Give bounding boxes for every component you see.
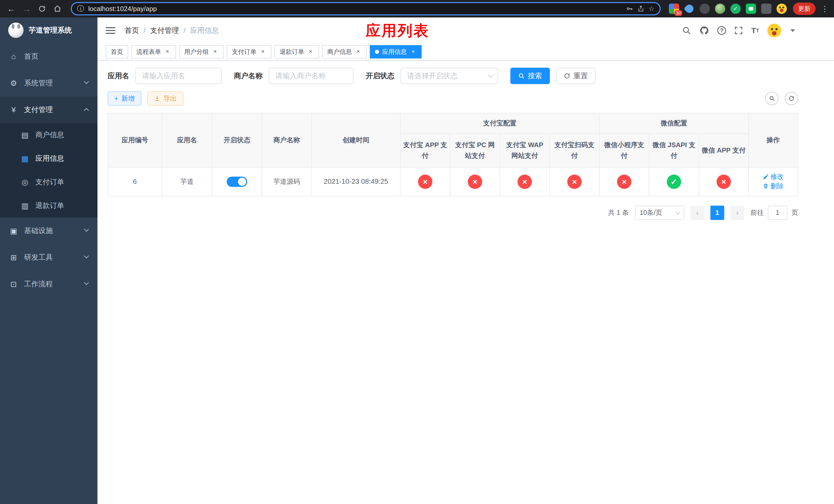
sidebar-item-devtools[interactable]: ⊞ 研发工具	[0, 244, 97, 271]
page-1-button[interactable]: 1	[710, 206, 724, 220]
next-page-button[interactable]: ›	[730, 206, 744, 220]
goto-page-input[interactable]	[768, 206, 787, 220]
bookmark-star-icon[interactable]: ☆	[649, 5, 655, 13]
user-avatar[interactable]	[767, 24, 781, 38]
fullscreen-icon[interactable]	[734, 26, 743, 35]
extension-puzzle-icon[interactable]	[761, 4, 771, 14]
close-icon[interactable]: ×	[212, 48, 219, 55]
toggle-search-button[interactable]	[765, 92, 778, 105]
sidebar-item-infra[interactable]: ▣ 基础设施	[0, 217, 97, 244]
col-app-name: 应用名	[162, 113, 212, 167]
enable-switch[interactable]	[227, 177, 247, 187]
close-icon[interactable]: ×	[164, 48, 171, 55]
top-navbar: 首页 / 支付管理 / 应用信息 应用列表 ? TT	[97, 18, 834, 44]
extension-avatar-icon[interactable]	[715, 4, 725, 14]
help-icon[interactable]: ?	[717, 26, 726, 35]
app-name-input[interactable]	[135, 68, 222, 84]
refresh-table-button[interactable]	[785, 92, 798, 105]
browser-refresh-icon[interactable]	[35, 2, 49, 16]
sidebar-item-home[interactable]: ⌂ 首页	[0, 43, 97, 70]
browser-menu-icon[interactable]: ⋮	[820, 4, 830, 13]
edit-button[interactable]: 修改	[763, 172, 784, 181]
extension-badge: 10	[675, 10, 682, 16]
browser-forward-icon[interactable]: →	[20, 2, 34, 16]
sidebar: 芋道管理系统 ⌂ 首页 ⚙ 系统管理 ¥ 支付管理 ▤ 商户信息 ▦ 应用信息	[0, 18, 97, 504]
pagination: 共 1 条 10条/页 ‹ 1 › 前往 页	[108, 206, 798, 220]
cell-created: 2021-10-23 08:49:25	[312, 167, 400, 196]
tab-merchant-info[interactable]: 商户信息×	[322, 45, 367, 59]
page-size-select[interactable]: 10条/页	[635, 206, 684, 220]
close-icon[interactable]: ×	[260, 48, 266, 55]
tab-app-info[interactable]: 应用信息×	[370, 45, 422, 59]
address-bar[interactable]: ⓘ localhost:1024/pay/app ☆	[71, 2, 661, 15]
app-name-label: 应用名	[108, 71, 129, 81]
tag-tabs-bar: 首页 流程表单× 用户分组× 支付订单× 退款订单× 商户信息× 应用信息×	[97, 44, 834, 61]
prev-page-button[interactable]: ‹	[690, 206, 704, 220]
browser-toolbar: ← → ⓘ localhost:1024/pay/app ☆ 10 ✓ 更新 ⋮	[0, 0, 834, 18]
breadcrumb-payment[interactable]: 支付管理	[150, 26, 179, 36]
sidebar-item-workflow[interactable]: ⊡ 工作流程	[0, 271, 97, 297]
cell-merchant: 芋道源码	[262, 167, 312, 196]
merchant-name-input[interactable]	[269, 68, 353, 84]
password-key-icon[interactable]	[626, 5, 633, 12]
close-icon[interactable]: ×	[410, 48, 416, 55]
page-unit-label: 页	[791, 208, 798, 217]
breadcrumb-home[interactable]: 首页	[125, 26, 139, 36]
chevron-down-icon	[84, 227, 89, 232]
github-icon[interactable]	[699, 26, 709, 36]
col-wx-mini: 微信小程序支付	[599, 134, 649, 167]
col-app-id: 应用编号	[108, 113, 162, 167]
sidebar-item-app-info[interactable]: ▦ 应用信息	[0, 147, 97, 170]
tab-refund-orders[interactable]: 退款订单×	[275, 45, 319, 59]
delete-button[interactable]: 删除	[763, 182, 784, 191]
search-icon[interactable]	[682, 26, 691, 35]
font-size-icon[interactable]: TT	[751, 26, 759, 35]
avatar-caret-icon[interactable]	[790, 29, 795, 32]
logo-title: 芋道管理系统	[29, 25, 72, 35]
close-icon[interactable]: ×	[307, 48, 314, 55]
extension-emoji-icon[interactable]	[776, 4, 787, 14]
share-icon[interactable]	[637, 5, 644, 12]
table-toolbar: + 新增 导出	[108, 91, 798, 106]
tab-pay-orders[interactable]: 支付订单×	[227, 45, 271, 59]
col-status: 开启状态	[212, 113, 262, 167]
browser-update-button[interactable]: 更新	[793, 3, 815, 15]
col-actions: 操作	[749, 113, 798, 167]
sidebar-item-refund-orders[interactable]: ▥ 退款订单	[0, 194, 97, 217]
app-table: 应用编号 应用名 开启状态 商户名称 创建时间 支付宝配置 微信配置 操作 支付…	[108, 113, 798, 197]
tab-home[interactable]: 首页	[106, 45, 128, 59]
browser-back-icon[interactable]: ←	[4, 2, 19, 16]
extension-dark-icon[interactable]	[700, 4, 710, 14]
chevron-down-icon	[675, 209, 680, 214]
chevron-down-icon	[84, 79, 89, 84]
grid-icon: ▦	[21, 154, 29, 163]
sidebar-item-payment[interactable]: ¥ 支付管理	[0, 96, 97, 123]
status-select[interactable]: 请选择开启状态	[401, 68, 498, 84]
site-info-icon[interactable]: ⓘ	[77, 4, 84, 14]
close-icon[interactable]: ×	[355, 48, 361, 55]
extension-green-circle-icon[interactable]: ✓	[730, 4, 741, 14]
add-button[interactable]: + 新增	[108, 91, 141, 106]
collapse-menu-icon[interactable]	[106, 27, 115, 34]
tab-process-form[interactable]: 流程表单×	[131, 45, 176, 59]
url-text[interactable]: localhost:1024/pay/app	[88, 5, 622, 13]
sidebar-item-pay-orders[interactable]: ◎ 支付订单	[0, 170, 97, 194]
cross-circle-icon: ×	[468, 175, 482, 189]
extension-drop-icon[interactable]	[684, 4, 695, 14]
sidebar-item-system[interactable]: ⚙ 系统管理	[0, 70, 97, 96]
extension-chat-icon[interactable]	[746, 4, 756, 14]
browser-home-icon[interactable]	[50, 2, 65, 16]
extension-colorful-icon[interactable]: 10	[669, 4, 679, 14]
payment-submenu: ▤ 商户信息 ▦ 应用信息 ◎ 支付订单 ▥ 退款订单	[0, 123, 97, 217]
sidebar-item-merchant-info[interactable]: ▤ 商户信息	[0, 123, 97, 147]
breadcrumb-current: 应用信息	[190, 26, 219, 36]
app-logo: 芋道管理系统	[0, 18, 97, 43]
export-button[interactable]: 导出	[148, 91, 183, 106]
search-button[interactable]: 搜索	[510, 68, 550, 84]
tab-user-group[interactable]: 用户分组×	[179, 45, 224, 59]
cell-app-name: 芋道	[162, 167, 212, 196]
total-count: 共 1 条	[608, 208, 629, 217]
reset-button[interactable]: 重置	[556, 68, 595, 84]
col-alipay-pc: 支付宝 PC 网站支付	[450, 134, 500, 167]
cross-circle-icon: ×	[567, 175, 581, 189]
